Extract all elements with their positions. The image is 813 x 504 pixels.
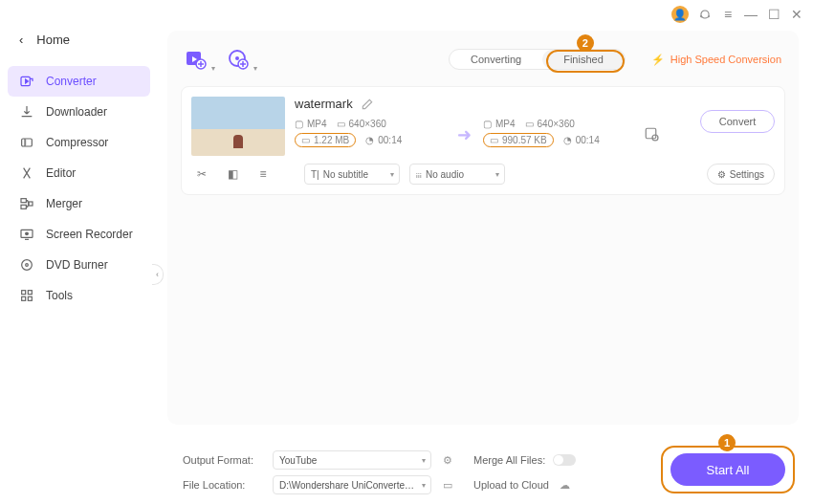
sidebar-item-label: Downloader: [46, 105, 107, 119]
merge-label: Merge All Files:: [473, 454, 545, 466]
tools-icon: [19, 288, 34, 303]
sidebar-item-label: Editor: [46, 166, 76, 180]
src-resolution: ▭ 640×360: [337, 119, 386, 129]
svg-rect-4: [21, 205, 26, 208]
svg-point-0: [701, 11, 709, 18]
compressor-icon: [19, 135, 34, 150]
sidebar-item-label: Merger: [46, 197, 82, 210]
screen-recorder-icon: [19, 227, 34, 242]
svg-point-9: [26, 264, 29, 267]
file-location-label: File Location:: [183, 479, 265, 491]
output-format-dropdown[interactable]: YouTube: [273, 450, 431, 470]
sidebar-item-dvd-burner[interactable]: DVD Burner: [0, 250, 158, 280]
sidebar-item-tools[interactable]: Tools: [0, 280, 158, 311]
upload-label: Upload to Cloud: [473, 479, 549, 491]
home-label: Home: [36, 33, 70, 47]
home-link[interactable]: ‹ Home: [0, 27, 158, 53]
sidebar-item-editor[interactable]: Editor: [0, 158, 158, 188]
dst-duration: ◔ 00:14: [563, 135, 600, 145]
open-folder-icon[interactable]: ▭: [439, 476, 456, 493]
main-panel: ▾ ▾ Converting Finished 2 ⚡ High Speed C…: [167, 31, 799, 425]
src-duration: ◔ 00:14: [365, 135, 402, 145]
sidebar-item-label: Converter: [46, 75, 97, 88]
merger-icon: [19, 196, 34, 211]
svg-rect-2: [22, 139, 33, 146]
svg-rect-3: [21, 199, 26, 203]
menu-icon[interactable]: ≡: [721, 8, 735, 21]
sidebar: ‹ Home Converter Downloader Compressor E…: [0, 0, 158, 504]
footer: Output Format: YouTube ⚙ Merge All Files…: [167, 440, 799, 499]
tab-converting[interactable]: Converting: [450, 50, 542, 69]
thumbnail[interactable]: [191, 97, 285, 156]
svg-rect-12: [22, 296, 26, 300]
tab-finished[interactable]: Finished: [542, 50, 625, 69]
svg-rect-11: [28, 291, 32, 295]
effects-icon[interactable]: ≡: [253, 165, 274, 183]
converter-icon: [19, 74, 34, 89]
subtitle-dropdown[interactable]: T| No subtitle: [304, 164, 400, 185]
dst-format: ▢ MP4: [483, 119, 516, 129]
crop-icon[interactable]: ◧: [222, 165, 243, 183]
add-dvd-button[interactable]: ▾: [227, 48, 250, 71]
annotation-badge-1: 1: [718, 434, 736, 451]
convert-button[interactable]: Convert: [700, 110, 775, 133]
sidebar-item-label: DVD Burner: [46, 258, 108, 272]
avatar-icon[interactable]: 👤: [671, 6, 689, 23]
output-format-label: Output Format:: [183, 454, 265, 466]
media-item-card: watermark ▢ MP4 ▭ 640×360 ▭ 1.22 MB ◔ 00…: [181, 86, 785, 195]
sidebar-item-screen-recorder[interactable]: Screen Recorder: [0, 219, 158, 250]
sidebar-item-label: Tools: [46, 289, 73, 302]
high-speed-conversion-link[interactable]: ⚡ High Speed Conversion: [651, 54, 781, 66]
svg-rect-10: [22, 291, 26, 295]
close-button[interactable]: ✕: [790, 8, 803, 21]
downloader-icon: [19, 104, 34, 120]
cloud-icon[interactable]: ☁: [557, 476, 574, 493]
annotation-badge-2: 2: [577, 34, 594, 52]
support-icon[interactable]: [698, 8, 712, 21]
src-format: ▢ MP4: [295, 119, 327, 129]
svg-point-7: [26, 232, 29, 235]
dst-size: ▭ 990.57 KB: [483, 133, 554, 147]
svg-point-17: [235, 56, 239, 60]
item-settings-icon[interactable]: [644, 126, 661, 143]
sidebar-item-label: Screen Recorder: [46, 228, 133, 241]
audio-dropdown[interactable]: ᵢᵢᵢ No audio: [409, 164, 505, 185]
chevron-left-icon: ‹: [19, 33, 23, 47]
start-all-button[interactable]: Start All: [670, 453, 785, 486]
editor-icon: [19, 165, 34, 181]
svg-point-8: [22, 260, 33, 271]
sidebar-item-label: Compressor: [46, 136, 108, 149]
add-file-button[interactable]: ▾: [185, 48, 208, 71]
dst-resolution: ▭ 640×360: [525, 119, 575, 129]
minimize-button[interactable]: —: [744, 8, 758, 21]
src-size: ▭ 1.22 MB: [295, 133, 356, 147]
merge-toggle[interactable]: [553, 454, 576, 466]
dvd-burner-icon: [19, 257, 34, 273]
bolt-icon: ⚡: [651, 54, 665, 66]
edit-title-icon[interactable]: [361, 98, 374, 111]
sidebar-item-downloader[interactable]: Downloader: [0, 97, 158, 127]
sidebar-item-converter[interactable]: Converter: [8, 66, 150, 97]
trim-icon[interactable]: ✂: [191, 165, 212, 183]
high-speed-label: High Speed Conversion: [670, 54, 781, 65]
item-title: watermark: [295, 97, 353, 111]
arrow-icon: ➜: [457, 124, 472, 145]
sidebar-item-merger[interactable]: Merger: [0, 188, 158, 219]
collapse-sidebar-button[interactable]: ‹: [152, 264, 164, 285]
tabs: Converting Finished 2: [449, 49, 626, 70]
file-location-dropdown[interactable]: D:\Wondershare UniConverter 1: [273, 475, 431, 494]
settings-button[interactable]: ⚙ Settings: [707, 164, 775, 185]
sidebar-item-compressor[interactable]: Compressor: [0, 127, 158, 158]
svg-rect-13: [28, 296, 32, 300]
maximize-button[interactable]: ☐: [767, 8, 780, 21]
svg-rect-19: [646, 128, 656, 139]
output-settings-icon[interactable]: ⚙: [439, 451, 456, 469]
svg-rect-5: [29, 202, 33, 206]
